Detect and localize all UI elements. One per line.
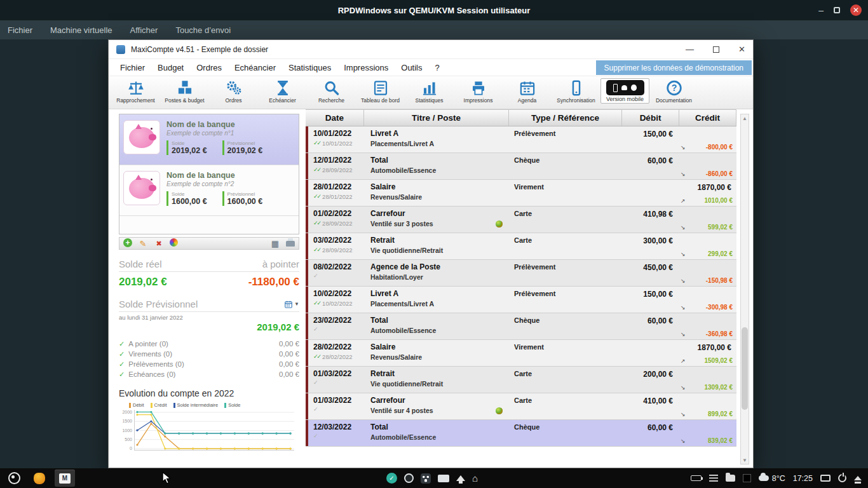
toolbar-icon [274, 79, 292, 97]
account-action-icon[interactable] [123, 238, 132, 247]
app-menu-item[interactable]: Fichier [114, 63, 151, 72]
toolbar-button[interactable]: Synchronisation [552, 78, 600, 104]
app-menu-item[interactable]: Impressions [337, 63, 395, 72]
transaction-row[interactable]: 12/03/2022 Total Automobile/Essence [306, 420, 736, 447]
vm-menu-item[interactable]: Machine virtuelle [50, 25, 112, 35]
scroll-up-arrow[interactable]: ▲ [741, 114, 749, 122]
app-toolbar: Rapprochement Postes & budget [109, 76, 753, 109]
column-header[interactable]: Crédit [679, 110, 736, 126]
toolbar-button[interactable]: Rapprochement [111, 78, 160, 104]
tray-upload-icon[interactable] [456, 475, 465, 481]
eject-icon[interactable] [854, 476, 862, 480]
transaction-date: 10/02/2022 [313, 289, 364, 298]
transaction-row[interactable]: 03/02/2022 28/09/2022 Retrait Vie quotid… [306, 233, 736, 260]
transaction-type: Carte [509, 207, 622, 233]
transaction-row[interactable]: 08/02/2022 Agence de la Poste Habitation… [306, 260, 736, 287]
vm-menu-item[interactable]: Fichier [8, 25, 32, 35]
app-menu-item[interactable]: Echéancier [228, 63, 282, 72]
toolbar-button[interactable]: Statistiques [405, 78, 454, 104]
scrollbar-thumb[interactable] [742, 327, 748, 410]
account-evolution-chart: Evolution du compte en 2022 Débit Crédit [119, 388, 299, 451]
active-app-button[interactable]: M [55, 470, 75, 487]
transaction-row[interactable]: 10/01/2022 10/01/2022 Livret A Placement… [306, 126, 736, 153]
transaction-category: Revenus/Salaire [370, 193, 422, 201]
transaction-row[interactable]: 28/02/2022 28/02/2022 Salaire Revenus/Sa… [306, 340, 736, 367]
transaction-row[interactable]: 23/02/2022 Total Automobile/Essence [306, 313, 736, 340]
tray-keyboard-icon[interactable] [438, 475, 449, 482]
toolbar-label: Echéancier [269, 97, 296, 104]
app-menu-item[interactable]: Ordres [190, 63, 228, 72]
account-action-icon[interactable] [154, 238, 164, 248]
credit-amount [679, 130, 734, 138]
transaction-category: Placements/Livret A [370, 140, 434, 147]
transaction-row[interactable]: 01/02/2022 28/09/2022 Carrefour Ventilé … [306, 207, 736, 233]
app-minimize-button[interactable]: — [686, 45, 694, 53]
toolbar-button[interactable]: Postes & budget [160, 78, 209, 104]
app-titlebar[interactable]: MaxiCompte v4.51 - Exemple de dossier — … [109, 40, 753, 59]
toolbar-button[interactable]: Echéancier [258, 78, 307, 104]
debit-amount: 410,00 € [622, 393, 679, 419]
transaction-row[interactable]: 10/02/2022 10/02/2022 Livret A Placement… [306, 287, 736, 313]
vm-maximize-button[interactable] [834, 7, 840, 13]
debit-amount: 60,00 € [622, 313, 679, 339]
to-point-value: -1180,00 € [209, 276, 299, 288]
scroll-down-arrow[interactable]: ▼ [741, 456, 749, 464]
table-scrollbar[interactable]: ▲ ▼ [740, 114, 749, 464]
vm-menu-item[interactable]: Touche d’envoi [175, 25, 231, 35]
forecast-date-picker[interactable]: ▼ [284, 300, 299, 309]
battery-icon[interactable] [691, 475, 702, 481]
app-launcher-ball[interactable] [4, 470, 24, 487]
forecast-value: 2019,02 € [227, 146, 263, 155]
app-menu-item[interactable]: Statistiques [282, 63, 337, 72]
account-tool-icon[interactable] [286, 241, 295, 247]
menu-lines-icon[interactable] [709, 475, 718, 482]
toolbar-button[interactable]: Documentation [649, 78, 698, 104]
toolbar-button[interactable]: Recherche [307, 78, 356, 104]
clock[interactable]: 17:25 [793, 474, 813, 483]
account-action-icon[interactable] [170, 238, 178, 247]
toolbar-button[interactable]: Version mobile [600, 78, 649, 104]
display-icon[interactable] [820, 475, 831, 482]
app-menu-item[interactable]: Budget [151, 63, 190, 72]
app-close-button[interactable]: ✕ [738, 45, 745, 53]
account-item[interactable]: Nom de la banque Exemple de compte n°1 S… [119, 114, 299, 165]
split-transaction-icon [496, 220, 503, 227]
account-item[interactable]: Nom de la banque Exemple de compte n°2 S… [119, 165, 299, 216]
app-menu-item[interactable]: ? [429, 63, 446, 72]
transaction-row[interactable]: 12/01/2022 28/09/2022 Total Automobile/E… [306, 153, 736, 180]
pending-operations-list: A pointer (0) 0,00 € Virements (0) 0,00 … [119, 339, 299, 379]
toolbar-button[interactable]: Ordres [209, 78, 258, 104]
toolbar-button[interactable]: Agenda [503, 78, 552, 104]
tray-sync-ok-icon[interactable] [386, 473, 397, 484]
power-icon[interactable] [838, 474, 846, 482]
app-maximize-button[interactable] [713, 46, 719, 53]
app-launcher-flame[interactable] [29, 470, 50, 487]
tray-paw-icon[interactable] [421, 473, 431, 484]
forecast-label: Prévisionnel [227, 191, 263, 197]
weather-widget[interactable]: 8°C [759, 474, 785, 483]
vm-close-button[interactable]: ✕ [850, 4, 862, 16]
vm-minimize-button[interactable]: – [818, 6, 824, 15]
transaction-row[interactable]: 28/01/2022 28/01/2022 Salaire Revenus/Sa… [306, 180, 736, 207]
app-menu-item[interactable]: Outils [395, 63, 428, 72]
column-header[interactable]: Date [306, 110, 364, 126]
tray-record-icon[interactable] [404, 473, 414, 483]
tray-home-icon[interactable]: ⌂ [472, 473, 478, 483]
transaction-row[interactable]: 01/03/2022 Carrefour Ventilé sur 4 poste… [306, 393, 736, 420]
toolbar-button[interactable]: Impressions [454, 78, 503, 104]
files-icon[interactable] [726, 475, 735, 482]
toolbar-button[interactable]: Tableau de bord [356, 78, 405, 104]
vm-menu-item[interactable]: Afficher [130, 25, 158, 35]
column-header[interactable]: Type / Référence [509, 110, 622, 126]
delete-demo-data-button[interactable]: Supprimer les données de démonstration [596, 60, 752, 75]
account-name: Nom de la banque [166, 171, 295, 180]
account-action-icon[interactable] [138, 238, 148, 248]
vm-titlebar: RPDWindows sur QEMU/KVM Session utilisat… [0, 0, 868, 20]
transaction-row[interactable]: 01/03/2022 Retrait Vie quotidienne/Retra… [306, 367, 736, 393]
column-header[interactable]: Débit [622, 110, 679, 126]
taskbar: M ⌂ 8°C 17:25 [0, 468, 868, 488]
terminal-tray-icon[interactable] [743, 474, 751, 482]
column-header[interactable]: Titre / Poste [364, 110, 509, 126]
account-tool-icon[interactable] [270, 238, 280, 248]
accounts-list: Nom de la banque Exemple de compte n°1 S… [119, 114, 299, 234]
